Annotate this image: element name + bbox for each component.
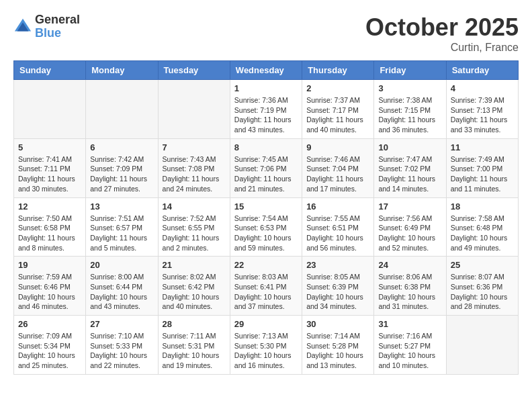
day-number: 17 [378,201,441,212]
calendar-cell: 7Sunrise: 7:43 AMSunset: 7:08 PMDaylight… [158,138,230,197]
day-info: Sunrise: 8:06 AMSunset: 6:38 PMDaylight:… [378,272,441,312]
day-info: Sunrise: 8:02 AMSunset: 6:42 PMDaylight:… [163,272,226,312]
calendar-cell: 17Sunrise: 7:56 AMSunset: 6:49 PMDayligh… [374,197,446,257]
day-info: Sunrise: 7:13 AMSunset: 5:30 PMDaylight:… [234,331,298,371]
calendar-cell [86,80,158,139]
day-number: 14 [163,201,226,212]
calendar-cell: 26Sunrise: 7:09 AMSunset: 5:34 PMDayligh… [14,316,86,375]
calendar-table: SundayMondayTuesdayWednesdayThursdayFrid… [13,60,519,375]
day-header-thursday: Thursday [302,61,374,80]
day-number: 23 [306,260,369,270]
day-info: Sunrise: 7:52 AMSunset: 6:55 PMDaylight:… [163,214,226,253]
calendar-cell: 14Sunrise: 7:52 AMSunset: 6:55 PMDayligh… [158,197,230,257]
calendar-cell: 2Sunrise: 7:37 AMSunset: 7:17 PMDaylight… [302,80,374,139]
day-number: 8 [234,142,298,152]
calendar-cell: 5Sunrise: 7:41 AMSunset: 7:11 PMDaylight… [14,138,86,197]
calendar-cell: 30Sunrise: 7:14 AMSunset: 5:28 PMDayligh… [302,316,374,375]
day-number: 12 [18,201,81,212]
day-number: 26 [18,319,81,329]
calendar-cell: 24Sunrise: 8:06 AMSunset: 6:38 PMDayligh… [374,257,446,316]
month-title: October 2025 [365,13,519,42]
calendar-week-2: 5Sunrise: 7:41 AMSunset: 7:11 PMDaylight… [14,138,519,197]
day-number: 22 [234,260,298,270]
day-info: Sunrise: 7:46 AMSunset: 7:04 PMDaylight:… [306,154,369,194]
day-info: Sunrise: 7:49 AMSunset: 7:00 PMDaylight:… [451,154,514,194]
day-info: Sunrise: 7:56 AMSunset: 6:49 PMDaylight:… [378,214,441,253]
day-info: Sunrise: 7:58 AMSunset: 6:48 PMDaylight:… [451,214,514,253]
day-info: Sunrise: 7:55 AMSunset: 6:51 PMDaylight:… [306,214,369,253]
calendar-cell: 3Sunrise: 7:38 AMSunset: 7:15 PMDaylight… [374,80,446,139]
calendar-cell [14,80,86,139]
day-number: 2 [306,83,369,93]
logo-text: General Blue [35,13,80,40]
day-number: 11 [451,142,514,152]
calendar-cell: 15Sunrise: 7:54 AMSunset: 6:53 PMDayligh… [230,197,302,257]
day-number: 1 [234,83,298,93]
day-info: Sunrise: 8:00 AMSunset: 6:44 PMDaylight:… [90,272,153,312]
day-number: 13 [90,201,153,212]
logo-general-text: General [35,13,80,27]
calendar-cell: 18Sunrise: 7:58 AMSunset: 6:48 PMDayligh… [446,197,518,257]
logo: General Blue [13,13,80,40]
day-number: 20 [90,260,153,270]
day-number: 31 [378,319,441,329]
day-number: 19 [18,260,81,270]
logo-blue-text: Blue [35,27,80,40]
day-number: 30 [306,319,369,329]
day-number: 21 [163,260,226,270]
day-number: 5 [18,142,81,152]
location: Curtin, France [365,42,519,54]
day-number: 4 [451,83,514,93]
calendar-cell: 16Sunrise: 7:55 AMSunset: 6:51 PMDayligh… [302,197,374,257]
day-header-friday: Friday [374,61,446,80]
calendar-cell: 27Sunrise: 7:10 AMSunset: 5:33 PMDayligh… [86,316,158,375]
day-number: 15 [234,201,298,212]
day-info: Sunrise: 7:09 AMSunset: 5:34 PMDaylight:… [18,331,81,371]
calendar-cell: 21Sunrise: 8:02 AMSunset: 6:42 PMDayligh… [158,257,230,316]
day-header-sunday: Sunday [14,61,86,80]
calendar-cell: 31Sunrise: 7:16 AMSunset: 5:27 PMDayligh… [374,316,446,375]
day-header-wednesday: Wednesday [230,61,302,80]
day-info: Sunrise: 7:47 AMSunset: 7:02 PMDaylight:… [378,154,441,194]
day-info: Sunrise: 7:11 AMSunset: 5:31 PMDaylight:… [163,331,226,371]
day-info: Sunrise: 7:43 AMSunset: 7:08 PMDaylight:… [163,154,226,194]
day-number: 7 [163,142,226,152]
day-info: Sunrise: 7:54 AMSunset: 6:53 PMDaylight:… [234,214,298,253]
day-number: 9 [306,142,369,152]
calendar-cell: 1Sunrise: 7:36 AMSunset: 7:19 PMDaylight… [230,80,302,139]
day-info: Sunrise: 7:38 AMSunset: 7:15 PMDaylight:… [378,95,441,135]
calendar-cell: 8Sunrise: 7:45 AMSunset: 7:06 PMDaylight… [230,138,302,197]
calendar-week-1: 1Sunrise: 7:36 AMSunset: 7:19 PMDaylight… [14,80,519,139]
calendar-cell: 9Sunrise: 7:46 AMSunset: 7:04 PMDaylight… [302,138,374,197]
calendar-cell: 28Sunrise: 7:11 AMSunset: 5:31 PMDayligh… [158,316,230,375]
calendar-cell: 29Sunrise: 7:13 AMSunset: 5:30 PMDayligh… [230,316,302,375]
day-number: 27 [90,319,153,329]
day-info: Sunrise: 7:50 AMSunset: 6:58 PMDaylight:… [18,214,81,253]
day-number: 10 [378,142,441,152]
day-number: 3 [378,83,441,93]
day-info: Sunrise: 8:03 AMSunset: 6:41 PMDaylight:… [234,272,298,312]
day-info: Sunrise: 7:36 AMSunset: 7:19 PMDaylight:… [234,95,298,135]
calendar-cell: 6Sunrise: 7:42 AMSunset: 7:09 PMDaylight… [86,138,158,197]
title-block: October 2025 Curtin, France [365,13,519,54]
day-info: Sunrise: 7:51 AMSunset: 6:57 PMDaylight:… [90,214,153,253]
day-number: 6 [90,142,153,152]
calendar-cell: 23Sunrise: 8:05 AMSunset: 6:39 PMDayligh… [302,257,374,316]
day-header-tuesday: Tuesday [158,61,230,80]
day-number: 25 [451,260,514,270]
calendar-cell [446,316,518,375]
day-number: 29 [234,319,298,329]
day-number: 28 [163,319,226,329]
day-info: Sunrise: 7:10 AMSunset: 5:33 PMDaylight:… [90,331,153,371]
day-info: Sunrise: 7:39 AMSunset: 7:13 PMDaylight:… [451,95,514,135]
calendar-week-5: 26Sunrise: 7:09 AMSunset: 5:34 PMDayligh… [14,316,519,375]
day-number: 16 [306,201,369,212]
calendar-cell: 25Sunrise: 8:07 AMSunset: 6:36 PMDayligh… [446,257,518,316]
day-info: Sunrise: 7:45 AMSunset: 7:06 PMDaylight:… [234,154,298,194]
calendar-week-3: 12Sunrise: 7:50 AMSunset: 6:58 PMDayligh… [14,197,519,257]
logo-icon [13,17,32,36]
day-info: Sunrise: 8:05 AMSunset: 6:39 PMDaylight:… [306,272,369,312]
calendar-cell: 20Sunrise: 8:00 AMSunset: 6:44 PMDayligh… [86,257,158,316]
day-info: Sunrise: 7:16 AMSunset: 5:27 PMDaylight:… [378,331,441,371]
day-number: 24 [378,260,441,270]
